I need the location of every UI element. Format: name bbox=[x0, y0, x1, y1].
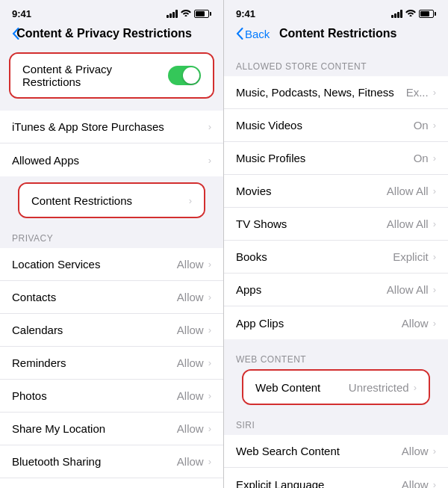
status-bar-left: 9:41 bbox=[0, 0, 223, 24]
bluetooth-sharing-item[interactable]: Bluetooth Sharing Allow › bbox=[0, 445, 223, 478]
web-content-value: Unrestricted bbox=[349, 381, 409, 394]
photos-label: Photos bbox=[12, 389, 177, 402]
allowed-store-list: Music, Podcasts, News, Fitness Ex... › M… bbox=[224, 76, 448, 339]
web-search-value: Allow bbox=[402, 445, 429, 457]
share-location-item[interactable]: Share My Location Allow › bbox=[0, 413, 223, 445]
toggle-knob bbox=[183, 67, 199, 84]
music-podcasts-label: Music, Podcasts, News, Fitness bbox=[236, 86, 406, 99]
music-videos-item[interactable]: Music Videos On › bbox=[224, 109, 448, 142]
siri-header: SIRI bbox=[224, 417, 448, 435]
chevron-icon: › bbox=[208, 390, 211, 401]
calendars-label: Calendars bbox=[12, 324, 177, 336]
right-panel: 9:41 Back Content Restrictio bbox=[224, 0, 448, 488]
wifi-icon-right bbox=[405, 8, 416, 19]
explicit-language-value: Allow bbox=[402, 478, 429, 489]
chevron-icon: › bbox=[433, 218, 436, 229]
left-nav-header: Content & Privacy Restrictions bbox=[0, 24, 223, 46]
content-restrictions-highlight: Content Restrictions › bbox=[9, 182, 214, 218]
movies-item[interactable]: Movies Allow All › bbox=[224, 175, 448, 208]
top-list-group: iTunes & App Store Purchases › Allowed A… bbox=[0, 111, 223, 176]
apps-item[interactable]: Apps Allow All › bbox=[224, 274, 448, 306]
chevron-icon: › bbox=[433, 318, 436, 329]
books-value: Explicit bbox=[393, 250, 429, 263]
chevron-icon: › bbox=[208, 324, 211, 336]
books-item[interactable]: Books Explicit › bbox=[224, 241, 448, 274]
siri-list: Web Search Content Allow › Explicit Lang… bbox=[224, 435, 448, 488]
content-restrictions-label: Content Restrictions bbox=[31, 194, 189, 207]
wifi-icon bbox=[181, 8, 191, 19]
app-clips-item[interactable]: App Clips Allow › bbox=[224, 306, 448, 339]
status-time-right: 9:41 bbox=[236, 8, 255, 19]
web-content-item[interactable]: Web Content Unrestricted › bbox=[243, 371, 429, 404]
right-scroll-content: ALLOWED STORE CONTENT Music, Podcasts, N… bbox=[224, 46, 448, 488]
web-content-label: Web Content bbox=[255, 381, 349, 394]
microphone-item[interactable]: Microphone Allow › bbox=[0, 478, 223, 488]
content-restrictions-highlight-border: Content Restrictions › bbox=[18, 182, 205, 218]
web-content-highlight-wrapper: Web Content Unrestricted › bbox=[233, 369, 439, 405]
app-clips-label: App Clips bbox=[236, 317, 402, 330]
privacy-section: PRIVACY Location Services Allow › Contac… bbox=[0, 230, 223, 488]
bluetooth-sharing-label: Bluetooth Sharing bbox=[12, 455, 177, 468]
location-services-item[interactable]: Location Services Allow › bbox=[0, 248, 223, 281]
right-nav-header: Back Content Restrictions bbox=[224, 24, 448, 46]
web-search-label: Web Search Content bbox=[236, 445, 402, 457]
chevron-icon: › bbox=[208, 357, 211, 368]
chevron-icon: › bbox=[433, 251, 436, 262]
share-location-label: Share My Location bbox=[12, 422, 177, 435]
chevron-icon: › bbox=[208, 155, 211, 166]
tv-shows-label: TV Shows bbox=[236, 217, 387, 230]
chevron-icon: › bbox=[189, 195, 192, 206]
web-search-content-item[interactable]: Web Search Content Allow › bbox=[224, 435, 448, 468]
allowed-apps-item[interactable]: Allowed Apps › bbox=[0, 143, 223, 176]
privacy-restrictions-toggle-row[interactable]: Content & Privacy Restrictions bbox=[10, 54, 213, 97]
music-videos-value: On bbox=[414, 119, 429, 132]
music-podcasts-value: Ex... bbox=[406, 86, 429, 99]
chevron-icon: › bbox=[433, 87, 436, 98]
chevron-icon: › bbox=[208, 423, 211, 434]
itunes-purchases-item[interactable]: iTunes & App Store Purchases › bbox=[0, 111, 223, 143]
status-bar-right: 9:41 bbox=[224, 0, 448, 24]
music-videos-label: Music Videos bbox=[236, 119, 414, 132]
chevron-icon: › bbox=[208, 121, 211, 132]
toggle-label: Content & Privacy Restrictions bbox=[22, 63, 168, 88]
books-label: Books bbox=[236, 250, 393, 263]
music-podcasts-item[interactable]: Music, Podcasts, News, Fitness Ex... › bbox=[224, 76, 448, 109]
location-services-value: Allow bbox=[177, 258, 204, 271]
apps-value: Allow All bbox=[387, 283, 429, 296]
battery-icon bbox=[194, 10, 211, 18]
allowed-store-header: ALLOWED STORE CONTENT bbox=[224, 58, 448, 76]
explicit-language-item[interactable]: Explicit Language Allow › bbox=[224, 468, 448, 488]
music-profiles-label: Music Profiles bbox=[236, 152, 414, 164]
status-icons-right bbox=[391, 8, 436, 19]
privacy-list-group: Location Services Allow › Contacts Allow… bbox=[0, 248, 223, 488]
contacts-label: Contacts bbox=[12, 291, 177, 303]
allowed-apps-label: Allowed Apps bbox=[12, 154, 208, 167]
siri-section: SIRI Web Search Content Allow › Explicit… bbox=[224, 417, 448, 488]
web-content-section: WEB CONTENT Web Content Unrestricted › bbox=[224, 351, 448, 405]
share-location-value: Allow bbox=[177, 422, 204, 435]
app-clips-value: Allow bbox=[402, 317, 429, 330]
explicit-language-label: Explicit Language bbox=[236, 478, 402, 489]
tv-shows-item[interactable]: TV Shows Allow All › bbox=[224, 208, 448, 241]
allowed-store-section: ALLOWED STORE CONTENT Music, Podcasts, N… bbox=[224, 58, 448, 339]
photos-value: Allow bbox=[177, 389, 204, 402]
privacy-section-header: PRIVACY bbox=[0, 230, 223, 248]
chevron-icon: › bbox=[433, 479, 436, 489]
web-content-header: WEB CONTENT bbox=[224, 351, 448, 369]
content-restrictions-item[interactable]: Content Restrictions › bbox=[19, 184, 204, 217]
contacts-item[interactable]: Contacts Allow › bbox=[0, 281, 223, 314]
calendars-item[interactable]: Calendars Allow › bbox=[0, 314, 223, 347]
music-profiles-item[interactable]: Music Profiles On › bbox=[224, 142, 448, 175]
battery-icon-right bbox=[419, 10, 436, 18]
music-profiles-value: On bbox=[414, 152, 429, 164]
web-content-highlight: Web Content Unrestricted › bbox=[242, 369, 430, 405]
privacy-toggle[interactable] bbox=[168, 66, 201, 85]
signal-icon bbox=[167, 10, 178, 18]
chevron-icon: › bbox=[433, 152, 436, 164]
toggle-section-highlight: Content & Privacy Restrictions bbox=[9, 52, 214, 99]
status-time-left: 9:41 bbox=[12, 8, 31, 19]
photos-item[interactable]: Photos Allow › bbox=[0, 380, 223, 413]
left-scroll: Content & Privacy Restrictions iTunes & … bbox=[0, 46, 223, 488]
reminders-item[interactable]: Reminders Allow › bbox=[0, 347, 223, 380]
bluetooth-sharing-value: Allow bbox=[177, 455, 204, 468]
